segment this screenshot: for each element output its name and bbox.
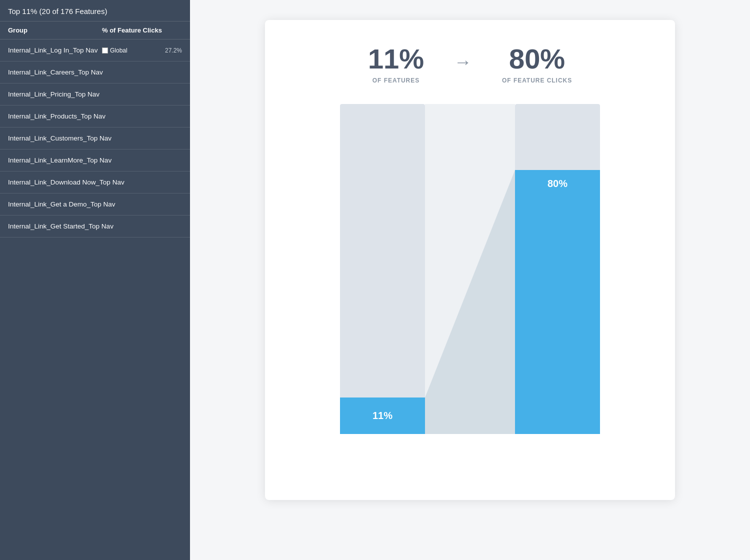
right-stat-value: 80%	[502, 45, 572, 73]
left-bar-bg: 11%	[340, 104, 425, 434]
feature-group-0: Global	[110, 47, 128, 54]
arrow-icon: →	[454, 52, 472, 72]
left-bar-fill: 11%	[340, 398, 425, 434]
feature-row-8[interactable]: Internal_Link_Get Started_Top Nav	[0, 216, 190, 238]
header-row: Top 11% (20 of 176 Features)	[0, 0, 190, 22]
right-bar-label: 80%	[548, 178, 568, 190]
right-bar-bg: 80%	[515, 104, 600, 434]
left-panel: Top 11% (20 of 176 Features) Group % of …	[0, 0, 190, 560]
feature-row-6[interactable]: Internal_Link_Download Now_Top Nav	[0, 172, 190, 194]
right-stat-block: 80% OF FEATURE CLICKS	[502, 45, 572, 84]
left-stat-label: OF FEATURES	[368, 77, 424, 84]
chart-card: 11% OF FEATURES → 80% OF FEATURE CLICKS …	[265, 20, 675, 500]
stats-row: 11% OF FEATURES → 80% OF FEATURE CLICKS	[295, 45, 645, 84]
left-bar-label: 11%	[372, 410, 392, 422]
feature-name-4: Internal_Link_Customers_Top Nav	[8, 134, 182, 142]
feature-row-5[interactable]: Internal_Link_LearnMore_Top Nav	[0, 150, 190, 172]
feature-row-4[interactable]: Internal_Link_Customers_Top Nav	[0, 128, 190, 150]
right-stat-label: OF FEATURE CLICKS	[502, 77, 572, 84]
left-bar-wrapper: 11%	[340, 104, 425, 434]
feature-name-1: Internal_Link_Careers_Top Nav	[8, 68, 182, 76]
feature-name-3: Internal_Link_Products_Top Nav	[8, 112, 182, 120]
feature-name-8: Internal_Link_Get Started_Top Nav	[8, 222, 182, 230]
feature-name-6: Internal_Link_Download Now_Top Nav	[8, 178, 182, 186]
feature-row-3[interactable]: Internal_Link_Products_Top Nav	[0, 106, 190, 128]
global-badge-icon	[102, 48, 108, 54]
feature-pct-0: 27.2%	[142, 47, 182, 54]
feature-row-7[interactable]: Internal_Link_Get a Demo_Top Nav	[0, 194, 190, 216]
col-pct-label: % of Feature Clicks	[102, 26, 182, 34]
feature-row-1[interactable]: Internal_Link_Careers_Top Nav	[0, 62, 190, 84]
feature-name-2: Internal_Link_Pricing_Top Nav	[8, 90, 182, 98]
right-bar-fill: 80%	[515, 170, 600, 434]
right-panel: 11% OF FEATURES → 80% OF FEATURE CLICKS …	[190, 0, 750, 560]
feature-name-0: Internal_Link_Log In_Top Nav	[8, 46, 102, 54]
feature-row-0[interactable]: Internal_Link_Log In_Top Nav Global 27.2…	[0, 40, 190, 62]
column-headers: Group % of Feature Clicks	[0, 22, 190, 40]
feature-name-5: Internal_Link_LearnMore_Top Nav	[8, 156, 182, 164]
left-stat-value: 11%	[368, 45, 424, 73]
header-title: Top 11% (20 of 176 Features)	[8, 7, 107, 16]
funnel-svg	[425, 104, 515, 434]
feature-name-7: Internal_Link_Get a Demo_Top Nav	[8, 200, 182, 208]
left-stat-block: 11% OF FEATURES	[368, 45, 424, 84]
funnel-connector	[425, 104, 515, 434]
right-bar-wrapper: 80%	[515, 104, 600, 434]
col-group-label: Group	[8, 26, 102, 34]
feature-row-2[interactable]: Internal_Link_Pricing_Top Nav	[0, 84, 190, 106]
